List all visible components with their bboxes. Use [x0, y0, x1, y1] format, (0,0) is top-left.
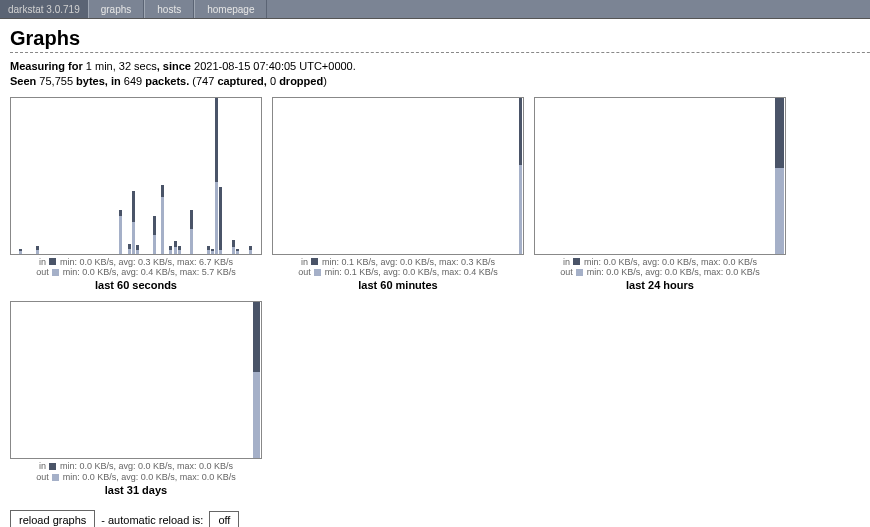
bar — [236, 249, 239, 254]
graph-hr: in min: 0.0 KB/s, avg: 0.0 KB/s, max: 0.… — [534, 97, 786, 292]
graph-box — [534, 97, 786, 255]
graph-title: last 60 minutes — [272, 279, 524, 291]
graph-box — [272, 97, 524, 255]
bar — [132, 191, 135, 254]
nav-homepage[interactable]: homepage — [194, 0, 267, 18]
nav-hosts[interactable]: hosts — [144, 0, 194, 18]
graph-title: last 24 hours — [534, 279, 786, 291]
bar — [249, 246, 252, 254]
navbar: darkstat 3.0.719 graphs hosts homepage — [0, 0, 870, 19]
divider — [10, 52, 870, 53]
bar — [169, 246, 172, 254]
auto-reload-toggle[interactable]: off — [209, 511, 239, 527]
graph-legend: in min: 0.0 KB/s, avg: 0.0 KB/s, max: 0.… — [534, 257, 786, 279]
legend-swatch-out-icon — [52, 474, 59, 481]
legend-swatch-out-icon — [314, 269, 321, 276]
bar — [119, 210, 122, 254]
graph-day: in min: 0.0 KB/s, avg: 0.0 KB/s, max: 0.… — [10, 301, 262, 496]
nav-graphs[interactable]: graphs — [88, 0, 145, 18]
bar — [211, 249, 214, 254]
bar — [174, 241, 177, 254]
graph-box — [10, 97, 262, 255]
bar — [232, 240, 235, 254]
graph-title: last 31 days — [10, 484, 262, 496]
brand-label: darkstat 3.0.719 — [0, 0, 88, 18]
bar — [36, 246, 39, 254]
bar — [136, 245, 139, 254]
bar — [215, 98, 218, 254]
controls-row: reload graphs - automatic reload is: off — [10, 510, 870, 527]
graph-box — [10, 301, 262, 459]
legend-swatch-out-icon — [576, 269, 583, 276]
bar — [253, 302, 260, 458]
bar — [775, 98, 784, 254]
page-title: Graphs — [10, 27, 870, 50]
bar — [128, 244, 131, 254]
bar — [161, 185, 164, 254]
bar — [207, 246, 210, 254]
graph-title: last 60 seconds — [10, 279, 262, 291]
legend-swatch-out-icon — [52, 269, 59, 276]
graph-sec: in min: 0.0 KB/s, avg: 0.3 KB/s, max: 6.… — [10, 97, 262, 292]
bar — [519, 98, 522, 254]
graph-legend: in min: 0.0 KB/s, avg: 0.3 KB/s, max: 6.… — [10, 257, 262, 279]
legend-swatch-in-icon — [49, 463, 56, 470]
bar — [190, 210, 193, 254]
legend-swatch-in-icon — [49, 258, 56, 265]
reload-button[interactable]: reload graphs — [10, 510, 95, 527]
graph-min: in min: 0.1 KB/s, avg: 0.0 KB/s, max: 0.… — [272, 97, 524, 292]
bar — [19, 249, 22, 254]
graph-legend: in min: 0.0 KB/s, avg: 0.0 KB/s, max: 0.… — [10, 461, 262, 483]
graphs-grid: in min: 0.0 KB/s, avg: 0.3 KB/s, max: 6.… — [10, 97, 870, 496]
bar — [178, 246, 181, 254]
bar — [153, 216, 156, 254]
legend-swatch-in-icon — [573, 258, 580, 265]
stats-summary: Measuring for 1 min, 32 secs, since 2021… — [10, 59, 870, 89]
graph-legend: in min: 0.1 KB/s, avg: 0.0 KB/s, max: 0.… — [272, 257, 524, 279]
legend-swatch-in-icon — [311, 258, 318, 265]
bar — [219, 187, 222, 254]
auto-reload-label: - automatic reload is: — [101, 514, 203, 526]
